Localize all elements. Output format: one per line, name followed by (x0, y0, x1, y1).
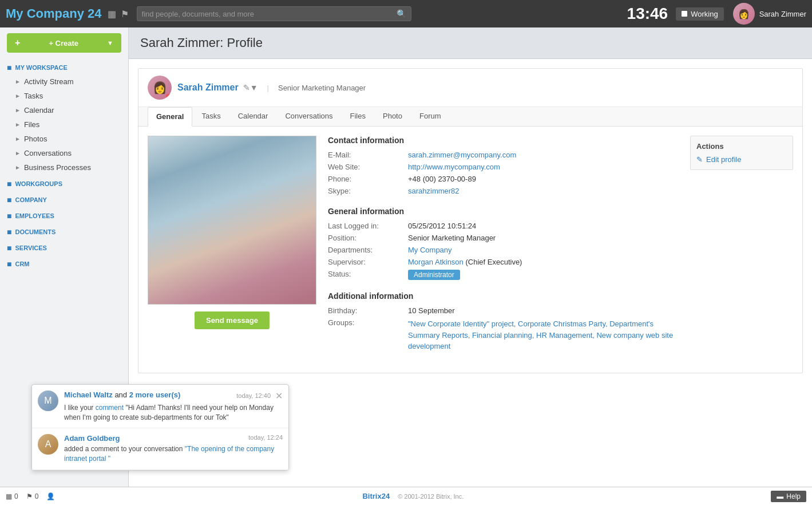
sidebar-section-documents[interactable]: ■ DOCUMENTS (0, 223, 128, 239)
topbar: My Company 24 ▦ ⚑ 🔍 13:46 Working 👩 Sara… (0, 0, 812, 27)
sidebar-item-tasks[interactable]: ► Tasks (0, 89, 128, 103)
supervisor-row: Supervisor: Morgan Atkinson (Chief Execu… (328, 258, 679, 266)
top-icons: ▦ ⚑ (108, 9, 129, 19)
page-header: Sarah Zimmer: Profile (129, 27, 812, 59)
notif-header-1: Michael Waltz and 2 more user(s) today, … (64, 390, 283, 401)
notif-name-2[interactable]: Adam Goldberg (64, 434, 120, 443)
sidebar-item-business-processes[interactable]: ► Business Processes (0, 160, 128, 175)
last-logged-label: Last Logged in: (328, 222, 408, 230)
notif-content-1: Michael Waltz and 2 more user(s) today, … (64, 390, 283, 423)
sidebar-item-activity-stream[interactable]: ► Activity Stream (0, 74, 128, 89)
arrow-icon: ► (15, 150, 21, 156)
create-button[interactable]: + + Create ▼ (7, 33, 121, 53)
services-icon: ■ (7, 243, 11, 253)
notification-icon[interactable]: ⚑ (121, 9, 129, 19)
chat-badge: 0 (14, 492, 18, 500)
notification-badge-group[interactable]: ⚑ 0 (26, 492, 39, 500)
sidebar-section-company[interactable]: ■ COMPANY (0, 191, 128, 207)
send-message-button[interactable]: Send message (195, 311, 270, 329)
supervisor-label: Supervisor: (328, 258, 408, 266)
company-icon: ■ (7, 195, 11, 204)
tab-conversations[interactable]: Conversations (277, 107, 340, 126)
notif-extra-users-1[interactable]: 2 more user(s) (129, 390, 181, 399)
edit-profile-link[interactable]: ✎ Edit profile (696, 155, 787, 164)
notification-item-1: M Michael Waltz and 2 more user(s) today… (32, 385, 288, 429)
notif-avatar-1: M (38, 390, 58, 411)
profile-edit-icon[interactable]: ✎▼ (243, 83, 258, 92)
help-button[interactable]: ▬ Help (771, 491, 806, 502)
notif-time-2: today, 12:24 (248, 434, 283, 441)
departments-row: Departments: My Company (328, 246, 679, 254)
contact-info-section: Contact information E-Mail: sarah.zimmer… (328, 136, 679, 195)
tab-calendar[interactable]: Calendar (230, 107, 276, 126)
documents-icon: ■ (7, 227, 11, 236)
profile-card: 👩 Sarah Zimmer ✎▼ | Senior Marketing Man… (138, 68, 803, 373)
notif-text-2: added a comment to your conversation "Th… (64, 444, 283, 464)
user-name: Sarah Zimmer (759, 10, 806, 18)
people-icon: 👤 (46, 492, 55, 500)
chat-badge-group[interactable]: ▦ 0 (6, 492, 18, 500)
tab-general[interactable]: General (148, 107, 192, 127)
arrow-icon: ► (15, 78, 21, 85)
profile-tabs: General Tasks Calendar Conversations Fil… (138, 107, 802, 127)
chat-icon-bottom: ▦ (6, 492, 12, 500)
sidebar-item-photos[interactable]: ► Photos (0, 132, 128, 146)
notif-text-1: I like your comment "Hi Adam! Thanks! I'… (64, 403, 283, 423)
groups-links[interactable]: "New Corporate Identity" project, Corpor… (408, 318, 679, 352)
position-label: Position: (328, 234, 408, 242)
notif-time-1: today, 12:40 (236, 392, 271, 399)
additional-info-title: Additional information (328, 291, 679, 301)
position-value: Senior Marketing Manager (408, 234, 496, 242)
sidebar-section-employees[interactable]: ■ EMPLOYEES (0, 207, 128, 223)
skype-link[interactable]: sarahzimmer82 (408, 187, 460, 195)
actions-panel-title: Actions (696, 142, 787, 151)
profile-header: 👩 Sarah Zimmer ✎▼ | Senior Marketing Man… (138, 69, 802, 107)
sidebar-item-calendar[interactable]: ► Calendar (0, 103, 128, 117)
departments-label: Departments: (328, 246, 408, 254)
notif-avatar-2: A (38, 434, 58, 455)
workspace-icon: ■ (7, 63, 11, 72)
clock: 13:46 (627, 5, 668, 23)
arrow-icon: ► (15, 164, 21, 171)
supervisor-link[interactable]: Morgan Atkinson (408, 258, 464, 266)
website-row: Web Site: http://www.mycompany.com (328, 163, 679, 171)
arrow-icon: ► (15, 93, 21, 99)
search-input[interactable] (142, 10, 397, 18)
app-title: My Company 24 (6, 6, 102, 21)
groups-label: Groups: (328, 318, 408, 352)
person-photo (148, 136, 316, 304)
sidebar-item-files[interactable]: ► Files (0, 117, 128, 132)
phone-label: Phone: (328, 175, 408, 183)
website-link[interactable]: http://www.mycompany.com (408, 163, 500, 171)
contact-info-title: Contact information (328, 136, 679, 145)
sidebar-section-my-workspace[interactable]: ■ MY WORKSPACE (0, 58, 128, 74)
groups-row: Groups: "New Corporate Identity" project… (328, 318, 679, 352)
phone-value: +48 (00) 2370-00-89 (408, 175, 476, 183)
copyright: © 2001-2012 Bitrix, Inc. (398, 493, 464, 500)
online-dot (166, 94, 171, 98)
people-icon-group[interactable]: 👤 (46, 492, 55, 500)
employees-icon: ■ (7, 211, 11, 220)
crm-icon: ■ (7, 259, 11, 269)
status-row: Status: Administrator (328, 270, 679, 280)
sidebar-section-services[interactable]: ■ SERVICES (0, 239, 128, 255)
actions-panel: Actions ✎ Edit profile (690, 136, 793, 170)
chat-icon[interactable]: ▦ (108, 9, 116, 19)
bitrix-brand: Bitrix24 (362, 492, 390, 500)
notif-close-1[interactable]: ✕ (275, 390, 283, 401)
tab-forum[interactable]: Forum (411, 107, 449, 126)
notif-name-1[interactable]: Michael Waltz (64, 390, 113, 399)
tab-files[interactable]: Files (342, 107, 374, 126)
sidebar-section-workgroups[interactable]: ■ WORKGROUPS (0, 175, 128, 191)
email-link[interactable]: sarah.zimmer@mycompany.com (408, 151, 516, 159)
sidebar-section-crm[interactable]: ■ CRM (0, 255, 128, 271)
workgroups-icon: ■ (7, 179, 11, 188)
sidebar-item-conversations[interactable]: ► Conversations (0, 146, 128, 160)
notification-popup: M Michael Waltz and 2 more user(s) today… (31, 384, 289, 471)
notif-comment-link-1[interactable]: comment (96, 404, 124, 412)
user-area[interactable]: 👩 Sarah Zimmer (733, 3, 806, 25)
tab-tasks[interactable]: Tasks (193, 107, 228, 126)
departments-link[interactable]: My Company (408, 246, 452, 254)
tab-photo[interactable]: Photo (375, 107, 410, 126)
general-info-section: General information Last Logged in: 05/2… (328, 207, 679, 280)
